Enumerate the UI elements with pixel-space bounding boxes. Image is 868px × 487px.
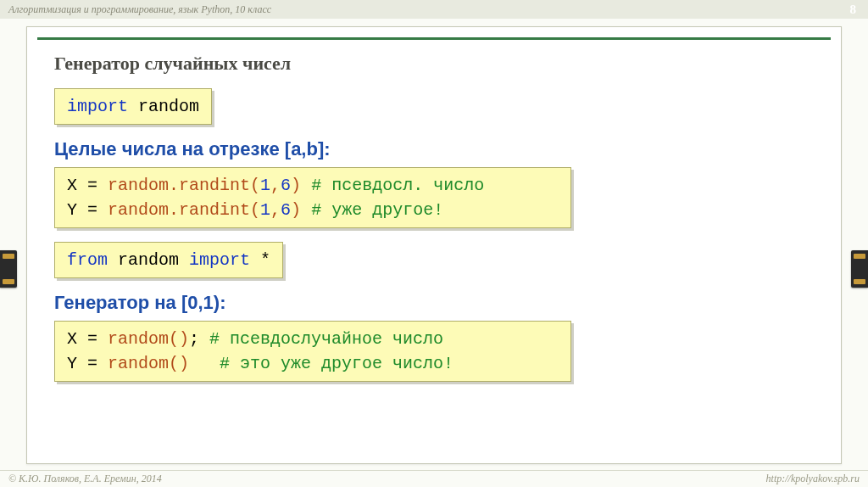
- copyright: © К.Ю. Поляков, Е.А. Еремин, 2014: [8, 473, 162, 485]
- header-bar: Алгоритмизация и программирование, язык …: [0, 0, 868, 19]
- binder-clip-right-icon: [851, 250, 868, 288]
- binder-clip-left-icon: [0, 250, 17, 288]
- subhead-float: Генератор на [0,1):: [54, 292, 814, 314]
- subhead-int: Целые числа на отрезке [a,b]:: [54, 138, 814, 160]
- slide-content: Генератор случайных чисел import random …: [54, 53, 814, 453]
- mod-random: random: [138, 97, 199, 116]
- code-random01: X = random(); # псевдослучайное число Y …: [54, 321, 571, 382]
- slide-frame: Генератор случайных чисел import random …: [26, 26, 842, 464]
- footer-url: http://kpolyakov.spb.ru: [766, 473, 860, 485]
- code-import: import random: [54, 88, 212, 125]
- page-number: 8: [850, 3, 860, 17]
- code-line: X = random.randint(1,6) # псевдосл. числ…: [67, 173, 559, 198]
- slide-title: Генератор случайных чисел: [54, 53, 814, 75]
- code-line: Y = random() # это уже другое число!: [67, 351, 559, 376]
- kw-import: import: [67, 97, 128, 116]
- code-line: Y = random.randint(1,6) # уже другое!: [67, 198, 559, 222]
- code-randint: X = random.randint(1,6) # псевдосл. числ…: [54, 167, 571, 228]
- code-from-import: from random import *: [54, 242, 283, 278]
- code-line: X = random(); # псевдослучайное число: [67, 327, 559, 351]
- green-rule: [37, 37, 831, 40]
- footer-bar: © К.Ю. Поляков, Е.А. Еремин, 2014 http:/…: [0, 470, 868, 487]
- course-title: Алгоритмизация и программирование, язык …: [8, 3, 271, 16]
